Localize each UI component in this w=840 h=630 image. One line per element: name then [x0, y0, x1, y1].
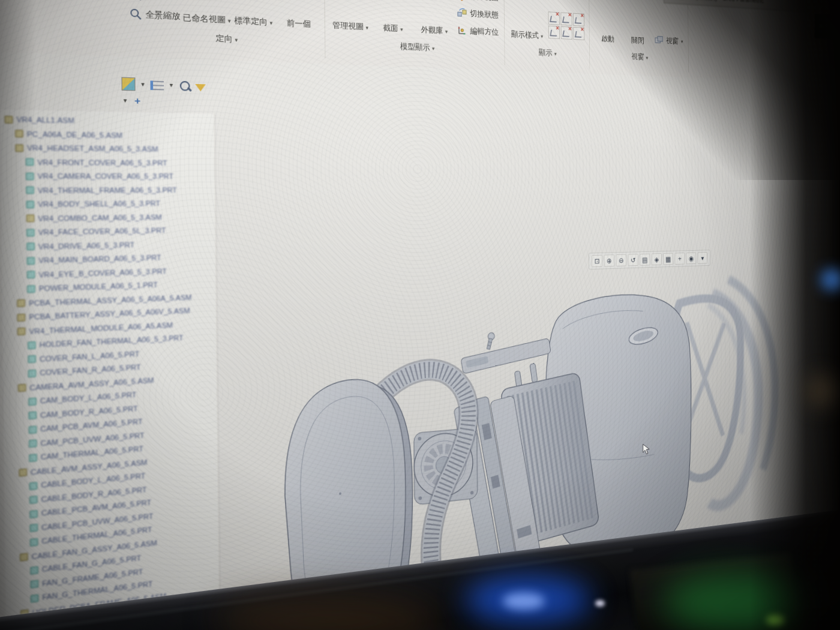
filter-icon[interactable]	[195, 83, 206, 91]
tree-item[interactable]: VR4_THERMAL_FRAME_A06_5_3.PRT	[5, 183, 215, 197]
bokeh-light	[808, 375, 833, 407]
prt-icon	[27, 285, 35, 293]
tree-item[interactable]: VR4_CAMERA_COVER_A06_5_3.PRT	[5, 169, 215, 184]
select-add-icon[interactable]: +	[133, 95, 142, 107]
standard-orient-button[interactable]: 標準定向 ▾	[232, 0, 274, 31]
edit-position-button[interactable]: 編輯方位	[457, 25, 499, 38]
zoom-out-icon[interactable]: ⊖	[616, 254, 627, 266]
quick-access-toolbar: ▾▾▾+	[121, 77, 209, 109]
prt-icon	[29, 425, 37, 434]
prt-icon	[26, 187, 34, 194]
tree-item-label: VR4_FRONT_COVER_A06_5_3.PRT	[37, 158, 167, 167]
window-cascade-icon	[655, 35, 664, 46]
axis-display-toggle[interactable]: ×	[548, 11, 560, 25]
refit-icon	[129, 0, 142, 1]
bracket-arm-part[interactable]	[461, 338, 551, 374]
display-style-icon[interactable]: ▤	[640, 254, 650, 266]
zoom-all-button[interactable]: 全景縮放	[129, 7, 181, 22]
green-led-core	[767, 615, 785, 625]
chevron-down-icon: ▾	[400, 26, 403, 32]
list-view-icon[interactable]	[150, 80, 164, 90]
toggle-status-icon	[457, 7, 467, 19]
chevron-down-icon: ▾	[235, 37, 238, 43]
refit-button[interactable]	[129, 0, 181, 4]
refit-icon[interactable]: ⊡	[592, 255, 602, 268]
monitor: 全景縮放 已命名視圖 ▾	[0, 0, 840, 630]
asm-icon	[15, 144, 23, 152]
prt-icon	[29, 440, 37, 448]
annotations-icon[interactable]: ◉	[686, 253, 697, 265]
prt-icon	[29, 510, 37, 518]
datum-display-icon[interactable]: +	[674, 253, 685, 265]
model-tree-panel[interactable]: VR4_ALL1.ASMPC_A06A_DE_A06_5.ASMVR4_HEAD…	[0, 109, 220, 616]
exploded-view-icon	[457, 0, 467, 1]
chevron-down-icon: ▾	[270, 20, 273, 26]
appearance-gallery-button[interactable]: 外觀庫 ▾	[415, 0, 452, 39]
prt-icon	[26, 229, 35, 236]
chevron-down-icon: ▾	[366, 25, 369, 31]
repaint-icon[interactable]: ↺	[628, 254, 638, 266]
chevron-down-icon: ▾	[554, 51, 557, 57]
sections-button[interactable]: 截面 ▾	[373, 0, 412, 37]
chevron-down-icon: ▾	[646, 55, 649, 61]
tree-item-label: POWER_MODULE_A06_5_1.PRT	[39, 281, 158, 293]
prt-icon	[30, 566, 38, 574]
asm-icon	[15, 130, 23, 138]
chevron-down-icon: ▾	[228, 17, 231, 24]
prt-icon	[30, 524, 38, 532]
zoom-all-label: 全景縮放	[145, 8, 181, 22]
activate-button[interactable]: 啟動	[594, 0, 621, 47]
exploded-view-button[interactable]: 爆炸視圖	[457, 0, 499, 4]
creo-window-titlebar[interactable]: VR4_AL1 (活動的) - Creo Parametric	[664, 0, 815, 13]
spin-center-toggle[interactable]: ×	[573, 27, 584, 40]
named-views-button[interactable]: 已命名視圖 ▾	[185, 0, 228, 29]
dropdown-icon[interactable]: ▾	[122, 95, 129, 107]
edit-position-label: 編輯方位	[470, 25, 499, 37]
more-icon[interactable]: ▾	[698, 252, 708, 264]
ribbon-group-model-display: 管理視圖 ▾ 截面 ▾	[324, 0, 505, 65]
prt-icon	[31, 580, 38, 589]
screw-part[interactable]	[485, 332, 496, 350]
annotation-display-toggle[interactable]: ×	[561, 26, 572, 40]
standard-orient-label: 標準定向	[234, 16, 267, 27]
tree-item[interactable]: VR4_HEADSET_ASM_A06_5_3.ASM	[5, 141, 215, 157]
plane-display-toggle[interactable]: ×	[548, 26, 560, 39]
prt-icon	[29, 454, 37, 462]
chevron-down-icon: ▾	[445, 29, 448, 35]
prt-icon	[27, 271, 35, 279]
prt-icon	[29, 482, 37, 490]
csys-display-toggle[interactable]: ×	[573, 13, 584, 26]
zoom-in-icon[interactable]: ⊕	[604, 254, 614, 266]
find-icon[interactable]	[180, 80, 190, 91]
asm-icon	[17, 299, 25, 307]
tree-item-label: VR4_HEADSET_ASM_A06_5_3.ASM	[27, 144, 158, 153]
background-window[interactable]	[815, 14, 840, 43]
dropdown-icon[interactable]: ▾	[168, 79, 175, 91]
manage-views-button[interactable]: 管理視圖 ▾	[331, 0, 370, 35]
point-display-toggle[interactable]: ×	[560, 13, 572, 26]
magnifier-icon	[129, 7, 142, 20]
saved-orientations-icon[interactable]: ◈	[652, 253, 662, 265]
photo-scene: 全景縮放 已命名視圖 ▾	[0, 0, 840, 630]
tree-item-label: VR4_CAMERA_COVER_A06_5_3.PRT	[37, 172, 173, 181]
datum-display-toggle-grid: ××××××	[548, 11, 584, 40]
view-manager-icon[interactable]: ▦	[663, 253, 673, 265]
tree-item[interactable]: VR4_FRONT_COVER_A06_5_3.PRT	[5, 155, 215, 170]
window-title: VR4_AL1 (活動的) - Creo Parametric	[668, 0, 764, 5]
model-edit-icon[interactable]	[121, 77, 135, 91]
dropdown-icon[interactable]: ▾	[139, 79, 146, 91]
display-style-button[interactable]: 顯示樣式 ▾	[509, 0, 544, 43]
toggle-status-button[interactable]: 切換狀態	[457, 7, 499, 20]
asm-icon	[17, 314, 26, 322]
mouse-cursor-icon	[643, 443, 650, 458]
previous-view-button[interactable]: 前一個	[278, 0, 319, 33]
toggle-status-label: 切換狀態	[470, 8, 499, 20]
prt-icon	[28, 355, 36, 363]
prt-icon	[28, 412, 37, 420]
group-window-label: 視窗	[631, 52, 644, 61]
group-show-label: 顯示	[539, 48, 553, 58]
group-model-display-label: 模型顯示	[400, 41, 430, 52]
asm-icon	[20, 553, 28, 562]
tree-item-label: VR4_DRIVE_A06_5_3.PRT	[38, 241, 134, 251]
close-window-button[interactable]: 關閉	[624, 0, 650, 49]
